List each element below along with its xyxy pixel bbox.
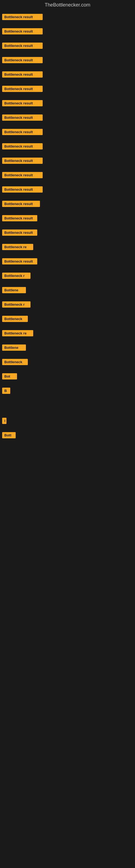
bottleneck-badge[interactable]: Bottleneck re bbox=[2, 330, 33, 336]
bottleneck-badge[interactable]: Bottlene bbox=[2, 287, 26, 293]
bottleneck-badge[interactable]: Bottleneck bbox=[2, 316, 28, 322]
bottleneck-badge[interactable]: Bottleneck result bbox=[2, 86, 43, 92]
list-item: Bottleneck re bbox=[2, 329, 133, 339]
list-item: Bottleneck result bbox=[2, 13, 133, 22]
list-item: Bottleneck r bbox=[2, 272, 133, 281]
list-item: Bottleneck result bbox=[2, 214, 133, 223]
list-item: Bottleneck result bbox=[2, 228, 133, 238]
list-item: Bottleneck result bbox=[2, 27, 133, 37]
list-item: Bottleneck result bbox=[2, 171, 133, 180]
list-item: B bbox=[2, 386, 133, 396]
list-item: Bottleneck result bbox=[2, 85, 133, 94]
bottleneck-badge[interactable]: Bottleneck r bbox=[2, 273, 31, 279]
bottleneck-badge[interactable]: Bot bbox=[2, 373, 17, 379]
list-item: Bottleneck result bbox=[2, 113, 133, 123]
list-item: Bottleneck result bbox=[2, 56, 133, 65]
bottleneck-badge[interactable]: Bottleneck result bbox=[2, 186, 43, 193]
bottleneck-badge[interactable]: Bottlene bbox=[2, 344, 26, 351]
bottleneck-badge[interactable]: Bottleneck result bbox=[2, 28, 43, 34]
list-item: Bottleneck result bbox=[2, 185, 133, 195]
list-item: l bbox=[2, 416, 133, 426]
bottleneck-badge[interactable]: Bottleneck r bbox=[2, 301, 31, 308]
bottleneck-badge[interactable]: Bottleneck result bbox=[2, 100, 43, 106]
bottleneck-badge[interactable]: l bbox=[2, 418, 6, 424]
bottleneck-badge[interactable]: Bottleneck result bbox=[2, 143, 43, 150]
bottleneck-badge[interactable]: Bottleneck result bbox=[2, 42, 43, 49]
list-item: Bottleneck result bbox=[2, 257, 133, 267]
list-item: Bottleneck r bbox=[2, 300, 133, 310]
list-item: Bottleneck result bbox=[2, 128, 133, 137]
list-item: Bottleneck result bbox=[2, 142, 133, 152]
spacer-row bbox=[2, 508, 133, 519]
bottleneck-badge[interactable]: Bottleneck result bbox=[2, 129, 43, 135]
bottleneck-badge[interactable]: Bottleneck result bbox=[2, 201, 40, 207]
bottleneck-badge[interactable]: Bottleneck result bbox=[2, 71, 43, 78]
list-item: Bottleneck result bbox=[2, 199, 133, 209]
bottleneck-badge[interactable]: Bott bbox=[2, 432, 16, 438]
spacer-row bbox=[2, 401, 133, 412]
spacer-row bbox=[2, 445, 133, 456]
list-item: Bottleneck result bbox=[2, 70, 133, 80]
items-container: Bottleneck resultBottleneck resultBottle… bbox=[0, 10, 135, 542]
spacer-row bbox=[2, 524, 133, 535]
bottleneck-badge[interactable]: Bottleneck result bbox=[2, 215, 37, 221]
bottleneck-badge[interactable]: Bottleneck result bbox=[2, 258, 37, 265]
list-item: Bottleneck bbox=[2, 358, 133, 367]
bottleneck-badge[interactable]: B bbox=[2, 388, 10, 394]
bottleneck-badge[interactable]: Bottleneck result bbox=[2, 158, 43, 164]
spacer-row bbox=[2, 461, 133, 472]
list-item: Bot bbox=[2, 372, 133, 382]
bottleneck-badge[interactable]: Bottleneck result bbox=[2, 57, 43, 63]
bottleneck-badge[interactable]: Bottleneck result bbox=[2, 229, 37, 236]
list-item: Bottleneck bbox=[2, 315, 133, 324]
list-item: Bottlene bbox=[2, 343, 133, 353]
site-title: TheBottlenecker.com bbox=[0, 0, 135, 10]
list-item: Bottleneck result bbox=[2, 156, 133, 166]
bottleneck-badge[interactable]: Bottleneck result bbox=[2, 172, 43, 178]
bottleneck-badge[interactable]: Bottleneck re bbox=[2, 244, 33, 250]
list-item: Bottlene bbox=[2, 286, 133, 296]
spacer-row bbox=[2, 493, 133, 503]
bottleneck-badge[interactable]: Bottleneck result bbox=[2, 115, 43, 121]
spacer-row bbox=[2, 477, 133, 488]
list-item: Bottleneck result bbox=[2, 99, 133, 108]
bottleneck-badge[interactable]: Bottleneck bbox=[2, 359, 28, 365]
list-item: Bottleneck re bbox=[2, 243, 133, 252]
list-item: Bott bbox=[2, 431, 133, 440]
list-item: Bottleneck result bbox=[2, 41, 133, 51]
bottleneck-badge[interactable]: Bottleneck result bbox=[2, 14, 43, 20]
